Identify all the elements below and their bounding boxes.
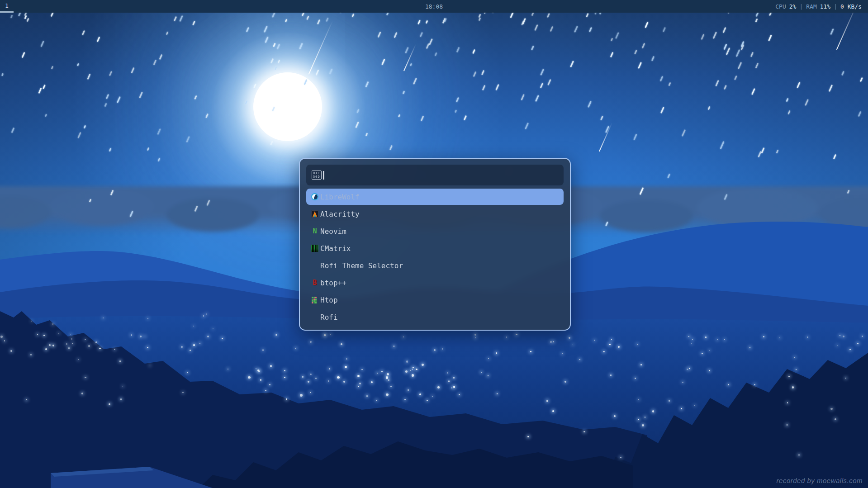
cmatrix-icon — [311, 245, 319, 252]
item-label: Neovim — [320, 227, 346, 236]
item-label: Alacritty — [320, 210, 360, 218]
launcher-item-librewolf[interactable]: LibreWolf — [306, 189, 564, 205]
item-label: LibreWolf — [320, 193, 360, 201]
text-cursor — [323, 171, 324, 180]
launcher-results: LibreWolf Alacritty N Neovim CMatrix Rof… — [306, 189, 564, 326]
btop-icon: B — [311, 279, 319, 287]
network-value: 0 KB/s — [840, 3, 862, 10]
ram-label: RAM — [806, 3, 816, 10]
cpu-label: CPU — [775, 3, 786, 10]
item-label: Htop — [320, 296, 338, 304]
launcher-item-cmatrix[interactable]: CMatrix — [306, 240, 564, 256]
clock: 18:08 — [0, 0, 868, 13]
empty-icon-slot — [311, 262, 319, 270]
launcher-item-neovim[interactable]: N Neovim — [306, 223, 564, 239]
launcher-item-htop[interactable]: Htop — [306, 292, 564, 308]
workspace-indicator[interactable]: 1 — [0, 0, 14, 13]
search-icon: 01F 50D — [312, 171, 322, 180]
launcher-item-rofi-theme-selector[interactable]: Rofi Theme Selector — [306, 257, 564, 274]
separator: | — [799, 3, 803, 10]
empty-icon-slot — [311, 313, 319, 321]
cpu-value: 2% — [789, 3, 797, 10]
ram-value: 11% — [820, 3, 830, 10]
system-status: CPU 2% | RAM 11% | 0 KB/s — [775, 0, 868, 13]
item-label: CMatrix — [320, 244, 351, 253]
launcher-item-alacritty[interactable]: Alacritty — [306, 206, 564, 222]
status-bar: 1 18:08 CPU 2% | RAM 11% | 0 KB/s — [0, 0, 868, 13]
alacritty-icon — [311, 210, 319, 218]
separator: | — [834, 3, 837, 10]
htop-icon — [311, 296, 319, 304]
launcher-item-rofi[interactable]: Rofi — [306, 309, 564, 325]
item-label: btop++ — [320, 279, 346, 287]
item-label: Rofi Theme Selector — [320, 261, 403, 270]
rofi-launcher: 01F 50D LibreWolf Alacritty N Neovim CMa… — [299, 158, 571, 331]
search-input[interactable]: 01F 50D — [306, 165, 564, 185]
watermark: recorded by moewalls.com — [777, 477, 863, 484]
launcher-item-btop[interactable]: B btop++ — [306, 275, 564, 291]
item-label: Rofi — [320, 313, 338, 322]
neovim-icon: N — [311, 227, 319, 235]
librewolf-icon — [311, 193, 319, 201]
